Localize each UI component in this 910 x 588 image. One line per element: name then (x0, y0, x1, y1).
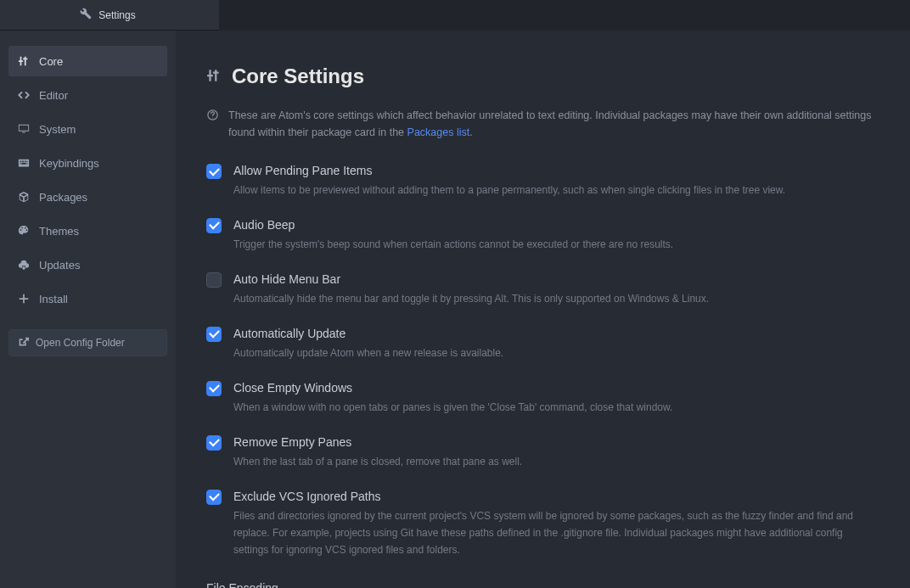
external-link-icon (18, 336, 29, 350)
sidebar-item-label: Updates (39, 259, 80, 272)
file-encoding-label: File Encoding (206, 581, 879, 588)
paint-icon (17, 224, 31, 238)
page-title: Core Settings (232, 64, 364, 88)
open-config-folder-button[interactable]: Open Config Folder (8, 329, 167, 356)
tab-bar: Settings (0, 0, 910, 31)
checkbox[interactable] (206, 327, 222, 342)
question-icon (206, 109, 220, 122)
keyboard-icon (17, 156, 31, 170)
setting-desc: When a window with no open tabs or panes… (233, 399, 879, 416)
setting-label[interactable]: Auto Hide Menu Bar (233, 272, 879, 288)
sidebar-item-packages[interactable]: Packages (8, 182, 167, 212)
checkbox[interactable] (206, 490, 222, 505)
sidebar-item-install[interactable]: Install (8, 283, 167, 314)
sliders-icon (206, 68, 222, 86)
setting-row: Audio BeepTrigger the system's beep soun… (206, 217, 879, 253)
sidebar-item-core[interactable]: Core (8, 46, 167, 76)
sidebar-item-label: Themes (39, 225, 79, 238)
sidebar-item-label: Editor (39, 89, 68, 102)
sidebar-item-label: Install (39, 293, 68, 305)
sidebar-item-label: Packages (39, 191, 87, 204)
sidebar-item-keybindings[interactable]: Keybindings (8, 148, 167, 178)
setting-row: Allow Pending Pane ItemsAllow items to b… (206, 163, 879, 199)
package-icon (17, 190, 31, 204)
svg-point-1 (212, 117, 213, 118)
checkbox[interactable] (206, 381, 222, 396)
sidebar-item-label: System (39, 123, 76, 136)
setting-row: Exclude VCS Ignored PathsFiles and direc… (206, 489, 879, 559)
tools-icon (80, 8, 92, 22)
cloud-download-icon (17, 258, 31, 272)
settings-sidebar: Core Editor System Keybindings Packages (0, 31, 176, 588)
sliders-icon (17, 54, 31, 68)
setting-label[interactable]: Exclude VCS Ignored Paths (233, 489, 879, 506)
checkbox[interactable] (206, 218, 222, 233)
setting-label[interactable]: Allow Pending Pane Items (233, 163, 879, 180)
setting-label[interactable]: Automatically Update (233, 326, 879, 343)
setting-row: Automatically UpdateAutomatically update… (206, 326, 879, 361)
setting-desc: Automatically update Atom when a new rel… (233, 344, 879, 361)
checkbox[interactable] (206, 164, 222, 179)
setting-desc: Allow items to be previewed without addi… (233, 182, 879, 199)
sidebar-item-label: Core (39, 55, 63, 68)
tab-settings[interactable]: Settings (0, 0, 219, 31)
info-text-prefix: These are Atom's core settings which aff… (228, 109, 871, 138)
packages-list-link[interactable]: Packages list (407, 126, 470, 138)
sidebar-item-updates[interactable]: Updates (8, 249, 167, 280)
tab-label: Settings (98, 9, 135, 21)
checkbox[interactable] (206, 435, 222, 451)
sidebar-item-label: Keybindings (39, 157, 99, 170)
monitor-icon (17, 122, 31, 136)
plus-icon (17, 292, 31, 305)
info-note: These are Atom's core settings which aff… (206, 107, 879, 141)
sidebar-item-editor[interactable]: Editor (8, 80, 167, 110)
settings-content: Core Settings These are Atom's core sett… (176, 31, 910, 588)
setting-row: Remove Empty PanesWhen the last tab of a… (206, 434, 879, 470)
open-config-label: Open Config Folder (36, 337, 125, 349)
setting-desc: Files and directories ignored by the cur… (233, 507, 879, 559)
setting-desc: When the last tab of a pane is closed, r… (233, 453, 879, 470)
setting-desc: Trigger the system's beep sound when cer… (233, 236, 879, 253)
info-text-suffix: . (469, 126, 472, 138)
sidebar-item-themes[interactable]: Themes (8, 216, 167, 246)
setting-label[interactable]: Close Empty Windows (233, 380, 879, 397)
setting-label[interactable]: Audio Beep (233, 217, 879, 234)
setting-row: Close Empty WindowsWhen a window with no… (206, 380, 879, 416)
code-icon (17, 88, 31, 102)
sidebar-item-system[interactable]: System (8, 114, 167, 144)
setting-row: Auto Hide Menu BarAutomatically hide the… (206, 272, 879, 307)
setting-label[interactable]: Remove Empty Panes (233, 434, 879, 451)
setting-desc: Automatically hide the menu bar and togg… (233, 290, 879, 307)
checkbox[interactable] (206, 272, 222, 288)
